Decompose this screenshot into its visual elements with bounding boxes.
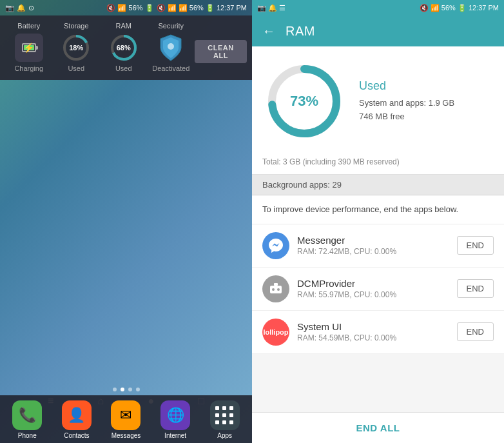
donut-chart: 73%	[262, 59, 346, 143]
battery-widget[interactable]: Battery ⚡ Charging	[5, 22, 53, 72]
battery-label-bottom: Charging	[14, 64, 43, 72]
storage-circle: 18%	[62, 34, 90, 62]
time-left: 🔇 📶 📶 56% 🔋 12:37 PM	[157, 4, 247, 12]
status-right-info-r: 🔇 📶 56% 🔋 12:37 PM	[420, 4, 499, 12]
dock-item-apps[interactable]: Apps	[204, 400, 246, 439]
systemui-name: System UI	[297, 321, 449, 332]
messenger-ram: RAM: 72.42MB, CPU: 0.00%	[297, 247, 449, 256]
end-all-button[interactable]: END ALL	[356, 422, 400, 433]
app-item-messenger: Messenger RAM: 72.42MB, CPU: 0.00% END	[252, 224, 504, 268]
bell-icon-r: 🔔	[268, 4, 277, 12]
status-right-info: 🔇 📶 56% 🔋 🔇 📶 📶 56% 🔋 12:37 PM	[106, 4, 247, 12]
dcmprovider-name: DCMProvider	[297, 278, 449, 289]
chart-area: 73% Used System and apps: 1.9 GB 746 MB …	[252, 46, 504, 153]
svg-rect-7	[270, 286, 282, 293]
clean-all-button[interactable]: CLEAN ALL	[195, 40, 247, 63]
screenshot-icon: 📷	[5, 4, 14, 12]
messenger-info: Messenger RAM: 72.42MB, CPU: 0.00%	[297, 235, 449, 256]
ram-label-bottom: Used	[115, 64, 132, 72]
systemui-icon: lollipop	[262, 319, 289, 346]
ram-header: ← RAM	[252, 15, 504, 46]
messenger-name: Messenger	[297, 235, 449, 246]
menu-icon-r: ☰	[279, 4, 286, 12]
storage-label-top: Storage	[64, 22, 89, 30]
storage-value: 18%	[69, 44, 83, 52]
signal-icons: 🔇 📶 56% 🔋	[106, 4, 153, 12]
page-dots	[113, 388, 140, 391]
ram-label-top: RAM	[116, 22, 131, 30]
dot-3	[128, 388, 132, 391]
app-item-systemui: lollipop System UI RAM: 54.59MB, CPU: 0.…	[252, 311, 504, 354]
contacts-label: Contacts	[64, 432, 89, 439]
quick-panel: Battery ⚡ Charging Storage 18%	[0, 15, 252, 80]
dot-2	[121, 388, 124, 391]
internet-label: Internet	[164, 432, 186, 439]
bg-apps-bar: Background apps: 29	[252, 175, 504, 195]
shield-icon	[157, 34, 185, 62]
screenshot-icon-r: 📷	[257, 4, 266, 12]
messenger-icon	[262, 232, 289, 259]
status-right-left-icons: 📷 🔔 ☰	[257, 4, 286, 12]
storage-label-bottom: Used	[68, 64, 84, 72]
dcmprovider-icon	[262, 275, 289, 302]
app-list: Messenger RAM: 72.42MB, CPU: 0.00% END D	[252, 224, 504, 354]
quick-panel-row: Battery ⚡ Charging Storage 18%	[5, 22, 247, 72]
systemui-info: System UI RAM: 54.59MB, CPU: 0.00%	[297, 321, 449, 342]
right-panel: 📷 🔔 ☰ 🔇 📶 56% 🔋 12:37 PM ← RAM 73% Used	[252, 0, 504, 443]
dcmprovider-ram: RAM: 55.97MB, CPU: 0.00%	[297, 290, 449, 299]
svg-point-8	[272, 288, 275, 291]
ram-page-title: RAM	[286, 24, 315, 39]
back-button[interactable]: ←	[262, 24, 275, 39]
status-left-icons: 📷 🔔 ⊙	[5, 4, 34, 12]
apps-label: Apps	[217, 432, 232, 439]
messages-icon: ✉	[111, 400, 141, 430]
systemui-ram: RAM: 54.59MB, CPU: 0.00%	[297, 333, 449, 342]
ram-content: 73% Used System and apps: 1.9 GB 746 MB …	[252, 46, 504, 412]
info-text: To improve device performance, end the a…	[252, 195, 504, 224]
storage-widget[interactable]: Storage 18% Used	[53, 22, 101, 72]
ram-widget[interactable]: RAM 68% Used	[100, 22, 148, 72]
dock-item-internet[interactable]: 🌐 Internet	[154, 400, 197, 439]
ram-value: 68%	[117, 44, 131, 52]
messenger-end-button[interactable]: END	[457, 236, 494, 255]
total-label: Total: 3 GB (including 390 MB reserved)	[252, 153, 504, 175]
bell-icon: 🔔	[17, 4, 26, 12]
system-apps-detail: System and apps: 1.9 GB 746 MB free	[359, 97, 494, 124]
left-panel: 📷 🔔 ⊙ 🔇 📶 56% 🔋 🔇 📶 📶 56% 🔋 12:37 PM Bat…	[0, 0, 252, 443]
battery-icon: ⚡	[15, 34, 43, 62]
phone-label: Phone	[18, 432, 37, 439]
dcmprovider-end-button[interactable]: END	[457, 279, 494, 298]
security-label-top: Security	[158, 22, 184, 30]
dock-item-messages[interactable]: ✉ Messages	[104, 400, 147, 439]
svg-point-4	[168, 43, 174, 50]
messages-label: Messages	[111, 432, 141, 439]
svg-point-9	[277, 288, 280, 291]
donut-percentage: 73%	[290, 93, 318, 110]
app-item-dcmprovider: DCMProvider RAM: 55.97MB, CPU: 0.00% END	[252, 268, 504, 311]
dcmprovider-info: DCMProvider RAM: 55.97MB, CPU: 0.00%	[297, 278, 449, 299]
chart-info: Used System and apps: 1.9 GB 746 MB free	[359, 79, 494, 124]
app-dock: 📞 Phone 👤 Contacts ✉ Messages 🌐 Internet	[0, 395, 252, 443]
apps-icon	[210, 400, 240, 430]
sync-icon: ⊙	[28, 4, 34, 12]
contacts-icon: 👤	[62, 400, 92, 430]
svg-rect-10	[274, 283, 278, 286]
ram-circle: 68%	[110, 34, 138, 62]
dot-4	[136, 388, 140, 391]
status-bar-left: 📷 🔔 ⊙ 🔇 📶 56% 🔋 🔇 📶 📶 56% 🔋 12:37 PM	[0, 0, 252, 15]
end-all-bar[interactable]: END ALL	[252, 412, 504, 443]
systemui-end-button[interactable]: END	[457, 322, 494, 341]
battery-label-top: Battery	[17, 22, 40, 30]
dock-item-contacts[interactable]: 👤 Contacts	[55, 400, 98, 439]
dot-1	[113, 388, 117, 391]
dock-item-phone[interactable]: 📞 Phone	[6, 400, 48, 439]
internet-icon: 🌐	[160, 400, 190, 430]
used-label: Used	[359, 79, 494, 93]
security-widget[interactable]: Security Deactivated	[148, 22, 195, 72]
phone-icon: 📞	[12, 400, 42, 430]
status-bar-right: 📷 🔔 ☰ 🔇 📶 56% 🔋 12:37 PM	[252, 0, 504, 15]
security-label-bottom: Deactivated	[152, 64, 189, 72]
battery-lightning-icon: ⚡	[23, 43, 34, 53]
